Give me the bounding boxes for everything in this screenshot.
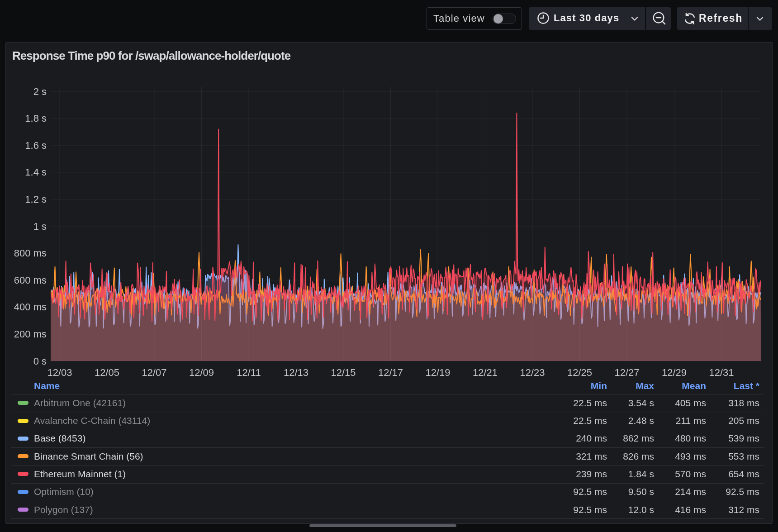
svg-text:12/21: 12/21 bbox=[473, 367, 498, 378]
svg-text:12/17: 12/17 bbox=[378, 367, 403, 378]
svg-text:2 s: 2 s bbox=[33, 86, 47, 97]
svg-text:1.2 s: 1.2 s bbox=[25, 194, 47, 205]
svg-text:12/25: 12/25 bbox=[567, 367, 592, 378]
svg-text:12/07: 12/07 bbox=[142, 367, 166, 378]
svg-text:400 ms: 400 ms bbox=[14, 301, 47, 313]
svg-text:12/03: 12/03 bbox=[47, 367, 72, 378]
svg-text:12/11: 12/11 bbox=[237, 367, 261, 378]
svg-text:12/05: 12/05 bbox=[95, 367, 119, 378]
svg-text:600 ms: 600 ms bbox=[14, 275, 47, 286]
svg-text:1.4 s: 1.4 s bbox=[25, 166, 47, 178]
svg-text:12/09: 12/09 bbox=[189, 367, 214, 378]
svg-text:1 s: 1 s bbox=[33, 221, 47, 232]
svg-text:12/19: 12/19 bbox=[425, 367, 450, 378]
svg-text:12/29: 12/29 bbox=[662, 367, 687, 378]
svg-text:12/23: 12/23 bbox=[520, 367, 545, 378]
svg-text:200 ms: 200 ms bbox=[14, 328, 47, 340]
svg-text:1.8 s: 1.8 s bbox=[25, 113, 47, 124]
svg-text:800 ms: 800 ms bbox=[14, 247, 47, 259]
svg-text:0 s: 0 s bbox=[33, 356, 47, 367]
svg-text:12/15: 12/15 bbox=[331, 367, 356, 378]
svg-text:12/13: 12/13 bbox=[284, 367, 308, 378]
svg-text:1.6 s: 1.6 s bbox=[25, 140, 47, 151]
svg-text:12/27: 12/27 bbox=[614, 367, 639, 378]
svg-text:12/31: 12/31 bbox=[709, 367, 734, 378]
